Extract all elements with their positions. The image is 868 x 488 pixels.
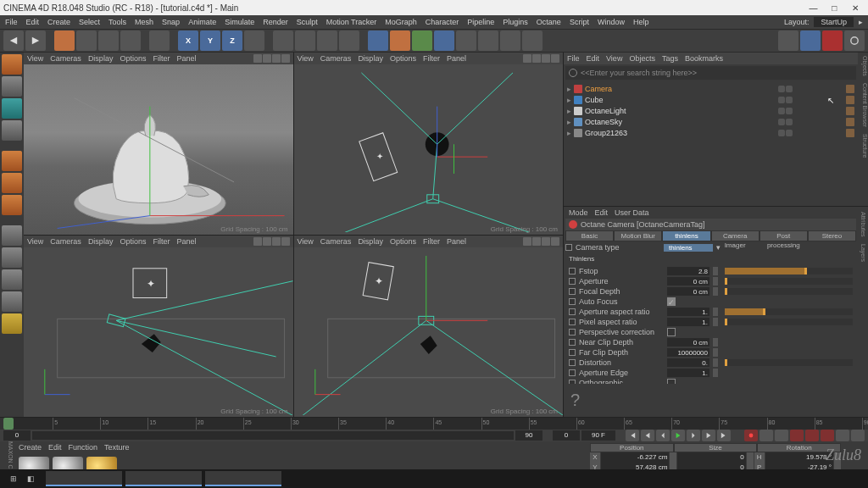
vp-nav-icon[interactable]	[281, 237, 290, 246]
param-value[interactable]: 0 cm	[667, 338, 709, 347]
param-checkbox[interactable]	[569, 359, 576, 366]
menu-simulate[interactable]: Simulate	[225, 18, 254, 26]
visibility-dot[interactable]	[778, 130, 785, 136]
viewport-right[interactable]: ViewCamerasDisplayOptionsFilterPanel Rig…	[24, 236, 293, 418]
add-spline-button[interactable]	[412, 30, 432, 51]
rot-field[interactable]: 19.578 °	[765, 452, 833, 463]
camtab-thinlens[interactable]: thinlens	[662, 230, 710, 241]
render-view-button[interactable]	[273, 30, 293, 51]
param-checkbox[interactable]	[569, 298, 576, 305]
key-scale-button[interactable]	[805, 430, 819, 441]
z-axis-toggle[interactable]: Z	[222, 30, 242, 51]
param-checkbox[interactable]	[569, 369, 576, 376]
next-key-button[interactable]	[702, 430, 715, 441]
vp-menu-cameras[interactable]: Cameras	[320, 54, 352, 63]
redo-button[interactable]	[25, 30, 46, 51]
timeline[interactable]: 051015202530354045505560657075808590	[0, 418, 868, 430]
param-slider[interactable]	[725, 268, 853, 274]
prev-key-button[interactable]	[641, 430, 654, 441]
menu-character[interactable]: Character	[426, 18, 459, 26]
key-pos-button[interactable]	[790, 430, 804, 441]
timeline-playhead[interactable]	[3, 418, 14, 430]
frame-end[interactable]: 90	[515, 430, 542, 441]
vp-menu-display[interactable]: Display	[88, 54, 114, 63]
param-value[interactable]: 1.	[667, 308, 709, 316]
objtab-tags[interactable]: Tags	[662, 54, 678, 63]
scale-tool[interactable]	[98, 30, 119, 51]
next-frame-button[interactable]	[687, 430, 700, 441]
coord-system-toggle[interactable]	[244, 30, 264, 51]
mattab-edit[interactable]: Edit	[48, 443, 62, 453]
object-row[interactable]: ▸Group21263	[567, 127, 854, 138]
param-checkbox[interactable]	[569, 308, 576, 315]
workplane-snap-button[interactable]	[2, 291, 22, 312]
spinner[interactable]	[670, 452, 676, 463]
maximize-button[interactable]: □	[825, 3, 843, 13]
camtab-stereo[interactable]: Stereo	[808, 230, 856, 241]
x-axis-toggle[interactable]: X	[178, 30, 198, 51]
param-checkbox[interactable]	[569, 278, 576, 285]
camtab-post-processing[interactable]: Post processing	[760, 230, 808, 241]
record-button[interactable]	[744, 430, 758, 441]
render-dot[interactable]	[786, 130, 793, 136]
objtab-file[interactable]: File	[567, 54, 580, 63]
add-cube-button[interactable]	[368, 30, 388, 51]
object-search[interactable]: <<Enter your search string here>>	[565, 66, 856, 80]
vp-nav-icon[interactable]	[532, 237, 541, 246]
attr-side-tabs[interactable]: AttributesLayers	[856, 208, 866, 384]
visibility-dot[interactable]	[778, 97, 785, 103]
menu-create[interactable]: Create	[47, 18, 70, 26]
points-mode-button[interactable]	[2, 151, 22, 171]
vp-menu-display[interactable]: Display	[88, 237, 114, 246]
objtab-objects[interactable]: Objects	[629, 54, 655, 63]
octane-settings-button[interactable]	[844, 30, 865, 51]
rotate-tool[interactable]	[120, 30, 141, 51]
range-slider[interactable]	[32, 431, 514, 440]
spinner[interactable]	[713, 308, 718, 316]
render-dot[interactable]	[786, 97, 793, 103]
vp-menu-display[interactable]: Display	[358, 237, 383, 246]
vp-menu-filter[interactable]: Filter	[153, 237, 170, 246]
visibility-dot[interactable]	[778, 86, 785, 92]
tag-icon[interactable]	[846, 96, 854, 104]
visibility-dot[interactable]	[778, 119, 785, 125]
octane-button-1[interactable]	[778, 30, 798, 51]
camtab-camera-imager[interactable]: Camera Imager	[711, 230, 760, 241]
vp-menu-filter[interactable]: Filter	[423, 54, 440, 63]
menu-help[interactable]: Help	[633, 18, 649, 26]
spinner[interactable]	[713, 348, 718, 357]
menu-snap[interactable]: Snap	[162, 18, 180, 26]
polygons-mode-button[interactable]	[2, 195, 22, 215]
vp-nav-icon[interactable]	[523, 237, 531, 246]
object-tree[interactable]: ▸Camera▸Cube▸OctaneLight▸OctaneSky▸Group…	[564, 81, 858, 147]
param-checkbox[interactable]	[569, 319, 576, 325]
tag-icon[interactable]	[846, 107, 854, 115]
objtab-bookmarks[interactable]: Bookmarks	[685, 54, 723, 63]
param-checkbox[interactable]	[569, 288, 576, 295]
mattab-function[interactable]: Function	[69, 443, 98, 453]
vp-menu-panel[interactable]: Panel	[176, 54, 196, 63]
autokey-button[interactable]	[760, 430, 773, 441]
vp-menu-options[interactable]: Options	[120, 237, 146, 246]
camera-type-dropdown[interactable]: thinlens	[664, 244, 713, 252]
menu-mograph[interactable]: MoGraph	[385, 18, 417, 26]
menu-animate[interactable]: Animate	[188, 18, 216, 26]
vp-menu-view[interactable]: View	[27, 237, 43, 246]
key-param-button[interactable]	[836, 430, 849, 441]
play-button[interactable]	[671, 430, 685, 441]
spinner[interactable]	[713, 358, 718, 367]
texture-mode-button[interactable]	[2, 98, 22, 119]
task-view-button[interactable]: ◧	[27, 474, 42, 483]
param-checkbox[interactable]	[569, 268, 576, 274]
expand-icon[interactable]: ▸	[567, 118, 571, 126]
vp-menu-panel[interactable]: Panel	[176, 237, 196, 246]
menu-edit[interactable]: Edit	[26, 18, 40, 26]
menu-window[interactable]: Window	[598, 18, 625, 26]
viewport-top[interactable]: ViewCamerasDisplayOptionsFilterPanel Top…	[294, 53, 564, 235]
param-slider[interactable]	[725, 278, 853, 285]
menu-mesh[interactable]: Mesh	[135, 18, 153, 26]
add-deformer-button[interactable]	[456, 30, 476, 51]
close-button[interactable]: ✕	[846, 3, 865, 13]
frame-start[interactable]: 0	[3, 430, 31, 441]
frame-total[interactable]: 90 F	[581, 430, 615, 441]
